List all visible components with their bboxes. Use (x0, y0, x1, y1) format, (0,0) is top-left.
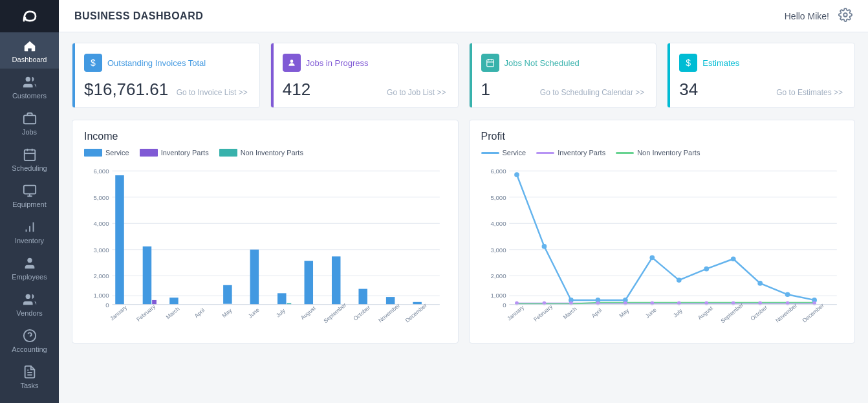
svg-text:July: July (671, 307, 684, 319)
gear-icon (838, 8, 852, 22)
jobs-scheduled-icon (481, 54, 499, 72)
invoice-icon: $ (84, 54, 102, 72)
sidebar-item-inventory[interactable]: Inventory (0, 213, 59, 250)
bar-sep-service (332, 256, 341, 304)
vendors-icon (23, 292, 37, 307)
bar-aug-service (305, 261, 314, 305)
inventory-icon (23, 220, 37, 234)
svg-rect-3 (24, 150, 35, 161)
profit-legend-noninventory: Non Inventory Parts (616, 149, 700, 157)
profit-chart-title: Profit (481, 131, 843, 142)
income-chart-svg: 6,000 5,000 4,000 3,000 2,000 1,000 0 (84, 162, 446, 330)
scheduling-icon (23, 147, 37, 162)
income-chart-card: Income Service Inventory Parts Non Inven… (72, 120, 459, 343)
sidebar-item-employees[interactable]: Employees (0, 250, 59, 286)
income-chart-title: Income (84, 131, 446, 142)
svg-rect-2 (23, 115, 35, 124)
main-area: BUSINESS DASHBOARD Hello Mike! $ Outstan… (59, 0, 868, 403)
jobs-scheduled-link[interactable]: Go to Scheduling Calendar >> (540, 88, 644, 97)
invoice-label: Outstanding Invoices Total (107, 58, 206, 68)
svg-text:March: March (165, 305, 181, 320)
dot-jul (676, 278, 681, 283)
sidebar-item-accounting[interactable]: Accounting (0, 322, 59, 358)
svg-text:0: 0 (105, 301, 109, 309)
dot-aug (704, 267, 709, 272)
charts-row: Income Service Inventory Parts Non Inven… (72, 120, 855, 343)
svg-text:December: December (801, 302, 825, 323)
sidebar-item-scheduling[interactable]: Scheduling (0, 141, 59, 177)
profit-noninventory-line (616, 152, 634, 154)
sidebar-item-jobs[interactable]: Jobs (0, 105, 59, 141)
dot-nov (785, 292, 790, 297)
svg-text:1,000: 1,000 (93, 292, 109, 299)
customers-icon (23, 75, 37, 89)
sidebar-item-tasks[interactable]: Tasks (0, 358, 59, 395)
svg-text:September: September (719, 301, 744, 324)
service-legend-box (84, 149, 102, 157)
dot-jun (649, 255, 655, 260)
dot-oct (757, 281, 763, 286)
profit-chart-svg: 6,000 5,000 4,000 3,000 2,000 1,000 0 (481, 162, 843, 330)
income-noninventory-label: Non Inventory Parts (241, 149, 303, 157)
income-inventory-label: Inventory Parts (161, 149, 209, 157)
inventory-legend-box (140, 149, 158, 157)
svg-text:March: March (561, 305, 578, 320)
svg-text:August: August (299, 305, 318, 321)
settings-button[interactable] (838, 8, 852, 25)
svg-text:November: November (774, 302, 798, 323)
sidebar-label-accounting: Accounting (12, 345, 47, 353)
jobs-progress-link[interactable]: Go to Job List >> (387, 88, 446, 97)
income-legend-service: Service (84, 149, 129, 157)
profit-legend-service: Service (481, 149, 526, 157)
home-icon (23, 39, 37, 53)
estimates-link[interactable]: Go to Estimates >> (776, 88, 843, 97)
svg-text:3,000: 3,000 (490, 246, 506, 254)
sidebar-item-customers[interactable]: Customers (0, 69, 59, 105)
bar-jan-service (115, 175, 124, 305)
jobs-scheduled-value: 1 (481, 80, 490, 100)
income-service-label: Service (105, 149, 129, 157)
estimates-label: Estimates (702, 58, 739, 68)
income-legend-noninventory: Non Inventory Parts (219, 149, 303, 157)
dot-sep (730, 256, 735, 261)
bar-nov-service (386, 297, 395, 305)
sidebar-item-dashboard[interactable]: Dashboard (0, 32, 59, 69)
jobs-progress-icon (283, 54, 301, 72)
sidebar-label-employees: Employees (12, 273, 47, 281)
svg-text:May: May (221, 307, 233, 319)
equipment-icon (23, 184, 37, 198)
svg-text:February: February (135, 303, 157, 322)
sidebar-item-vendors[interactable]: Vendors (0, 286, 59, 322)
sidebar-label-scheduling: Scheduling (12, 164, 47, 172)
jobs-progress-value: 412 (283, 80, 310, 100)
svg-point-14 (25, 294, 30, 299)
bar-dec-service (413, 302, 422, 305)
sidebar: Dashboard Customers Jobs Scheduling Equi… (0, 0, 59, 403)
svg-text:July: July (275, 307, 287, 319)
svg-rect-21 (486, 60, 494, 67)
employees-icon (23, 256, 37, 270)
svg-text:2,000: 2,000 (93, 272, 109, 279)
sidebar-item-equipment[interactable]: Equipment (0, 177, 59, 213)
kpi-card-invoices: $ Outstanding Invoices Total $16,761.61 … (72, 43, 260, 108)
sidebar-logo (0, 0, 59, 32)
svg-text:5,000: 5,000 (490, 194, 506, 201)
invoice-link[interactable]: Go to Invoice List >> (177, 88, 248, 97)
bar-feb-service (143, 246, 152, 305)
profit-inventory-label: Inventory Parts (558, 149, 605, 157)
sidebar-label-inventory: Inventory (15, 237, 44, 245)
sidebar-label-jobs: Jobs (22, 128, 37, 136)
sidebar-label-dashboard: Dashboard (12, 56, 47, 63)
svg-text:April: April (590, 307, 603, 319)
kpi-card-jobs-progress: Jobs in Progress 412 Go to Job List >> (270, 43, 459, 108)
svg-rect-0 (18, 5, 41, 28)
svg-text:1,000: 1,000 (490, 292, 506, 299)
header-right: Hello Mike! (785, 8, 852, 25)
profit-inventory-line (536, 152, 554, 154)
content-area: $ Outstanding Invoices Total $16,761.61 … (59, 32, 868, 403)
profit-legend-inventory: Inventory Parts (536, 149, 605, 157)
svg-text:October: October (749, 304, 768, 322)
jobs-progress-label: Jobs in Progress (306, 58, 369, 68)
svg-point-13 (27, 258, 32, 263)
svg-text:5,000: 5,000 (93, 194, 109, 201)
